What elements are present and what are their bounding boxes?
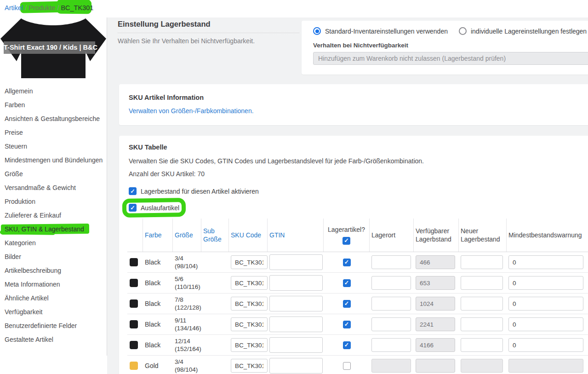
col-header-farbe[interactable]: Farbe <box>143 219 173 252</box>
col-header-sub-groesse[interactable]: Sub Größe <box>201 219 229 252</box>
gtin-input[interactable] <box>269 316 323 332</box>
new-stock-input[interactable] <box>461 297 503 311</box>
sidebar-item-kategorien[interactable]: Kategorien <box>0 236 107 250</box>
radio-standard-inventory[interactable]: Standard-Inventareinstellungen verwenden <box>313 27 448 35</box>
gtin-input[interactable] <box>269 254 323 270</box>
sidebar-item-sku-gtin-lagerbestand[interactable]: SKU, GTIN & Lagerbestand <box>0 222 107 236</box>
behavior-field-label: Verhalten bei Nichtverfügbarkeit <box>313 42 588 49</box>
stock-enable-row: Lagerbestand für diesen Artikel aktivier… <box>129 187 259 195</box>
min-warning-input[interactable] <box>508 276 583 290</box>
lagerartikel-checkbox[interactable] <box>343 321 351 328</box>
gtin-input[interactable] <box>269 337 323 353</box>
col-header-mindestbestandswarnung: Mindestbestandswarnung <box>507 219 588 252</box>
sidebar-item-bilder[interactable]: Bilder <box>0 250 107 264</box>
top-bar: Artikel/Produkte/BC_TK301 <box>0 0 588 17</box>
gtin-input[interactable] <box>269 296 323 311</box>
sku-code-input[interactable] <box>231 276 268 290</box>
table-row: Black 7/8(122/128) <box>127 293 588 314</box>
radio-individual-label: individuelle Lagereinstellungen festlege… <box>471 28 587 35</box>
sidebar-item-steuern[interactable]: Steuern <box>0 139 107 153</box>
sidebar-item-ansichten[interactable]: Ansichten & Gestaltungsbereiche <box>0 112 107 126</box>
sku-table-title: SKU Tabelle <box>129 144 588 151</box>
discontinued-checkbox[interactable] <box>129 204 137 212</box>
sidebar-item-allgemein[interactable]: Allgemein <box>0 84 107 98</box>
col-header-neuer-lagerbestand: Neuer Lagerbestand <box>459 219 507 252</box>
sku-code-input[interactable] <box>231 255 268 269</box>
sidebar-item-produktion[interactable]: Produktion <box>0 195 107 208</box>
new-stock-input[interactable] <box>461 255 503 269</box>
lagerartikel-checkbox[interactable] <box>343 259 351 266</box>
cell-sub-size <box>201 356 229 374</box>
min-warning-input[interactable] <box>508 255 583 269</box>
product-title-overlay: T-Shirt Exact 190 / Kids | B&C <box>4 41 95 54</box>
stock-enable-checkbox[interactable] <box>129 187 137 195</box>
radio-button-individual[interactable] <box>459 27 467 35</box>
table-row: Gold 3/4(98/104) <box>127 356 588 374</box>
color-swatch <box>130 362 138 370</box>
color-swatch <box>130 341 138 349</box>
cell-color-name: Black <box>143 252 173 272</box>
sidebar-item-versandmasse[interactable]: Versandmaße & Gewicht <box>0 181 107 195</box>
sku-code-input[interactable] <box>231 297 268 311</box>
sidebar-item-artikelbeschreibung[interactable]: Artikelbeschreibung <box>0 264 107 277</box>
min-warning-input[interactable] <box>508 317 583 331</box>
cell-size: 7/8(122/128) <box>173 293 201 314</box>
sidebar-item-zulieferer[interactable]: Zulieferer & Einkauf <box>0 208 107 222</box>
lagerartikel-checkbox[interactable] <box>343 341 351 349</box>
sidebar-item-mindestmengen[interactable]: Mindestmengen und Bündelungen <box>0 153 107 167</box>
cell-sub-size <box>201 293 229 314</box>
gtin-input[interactable] <box>269 358 323 374</box>
stock-enable-label: Lagerbestand für diesen Artikel aktivier… <box>141 188 259 195</box>
col-header-gtin[interactable]: GTIN <box>268 219 324 252</box>
lagerartikel-checkbox[interactable] <box>343 279 351 287</box>
divider <box>118 33 299 33</box>
min-warning-input[interactable] <box>508 338 583 352</box>
sidebar-item-verfuegbarkeit[interactable]: Verfügbarkeit <box>0 305 107 319</box>
breadcrumb-link-artikel[interactable]: Artikel <box>5 4 23 12</box>
lagerort-input[interactable] <box>371 338 411 352</box>
lagerort-input[interactable] <box>371 276 411 290</box>
lagerort-input[interactable] <box>371 297 411 311</box>
col-header-groesse[interactable]: Größe <box>173 219 201 252</box>
cell-sub-size <box>201 252 229 272</box>
new-stock-input[interactable] <box>461 317 503 331</box>
gtin-input[interactable] <box>269 275 323 291</box>
inventory-settings-card: Standard-Inventareinstellungen verwenden… <box>302 21 588 75</box>
sidebar-item-farben[interactable]: Farben <box>0 98 107 112</box>
breadcrumb-item-produkte[interactable]: Produkte <box>29 4 55 12</box>
sku-count: Anzahl der SKU Artikel: 70 <box>129 170 588 178</box>
min-warning-input[interactable] <box>508 297 583 311</box>
new-stock-input[interactable] <box>461 276 503 290</box>
sidebar-item-gestaltete-artikel[interactable]: Gestaltete Artikel <box>0 333 107 346</box>
col-header-sku-code[interactable]: SKU Code <box>229 219 268 252</box>
radio-button-standard[interactable] <box>313 27 321 35</box>
col-header-lagerartikel: Lagerartikel? <box>324 219 370 252</box>
lagerort-input[interactable] <box>371 255 411 269</box>
cell-size: 3/4(98/104) <box>173 252 201 272</box>
available-stock-input <box>416 255 455 269</box>
cell-sub-size <box>201 273 229 293</box>
manage-combinations-link[interactable]: Verwalten von Größen-/Farbkombinationen. <box>129 107 254 115</box>
radio-row: Standard-Inventareinstellungen verwenden… <box>313 27 588 35</box>
sidebar: T-Shirt Exact 190 / Kids | B&C Allgemein… <box>0 17 107 356</box>
main-content: Einstellung Lagerbestand Wählen Sie Ihr … <box>107 17 588 374</box>
sku-code-input[interactable] <box>231 359 268 373</box>
sku-code-input[interactable] <box>231 338 268 352</box>
sidebar-item-aehnliche-artikel[interactable]: Ähnliche Artikel <box>0 291 107 305</box>
available-stock-input <box>416 338 455 352</box>
new-stock-input[interactable] <box>461 338 503 352</box>
sidebar-item-benutzerdefinierte-felder[interactable]: Benutzerdefinierte Felder <box>0 319 107 333</box>
lagerort-input[interactable] <box>371 317 411 331</box>
radio-individual-inventory[interactable]: individuelle Lagereinstellungen festlege… <box>459 27 587 35</box>
lagerartikel-checkbox[interactable] <box>343 300 351 308</box>
sidebar-item-preise[interactable]: Preise <box>0 126 107 139</box>
sku-info-card: SKU Artikel Information Verwalten von Gr… <box>119 84 588 125</box>
sidebar-item-groesse[interactable]: Größe <box>0 167 107 181</box>
cell-size: 12/14(152/164) <box>173 335 201 355</box>
color-swatch <box>130 279 138 287</box>
lagerartikel-checkbox[interactable] <box>343 362 351 370</box>
sku-code-input[interactable] <box>231 317 268 331</box>
cell-size: 9/11(134/146) <box>173 314 201 334</box>
lagerartikel-master-checkbox[interactable] <box>343 237 350 245</box>
sidebar-item-meta-informationen[interactable]: Meta Informationen <box>0 277 107 291</box>
